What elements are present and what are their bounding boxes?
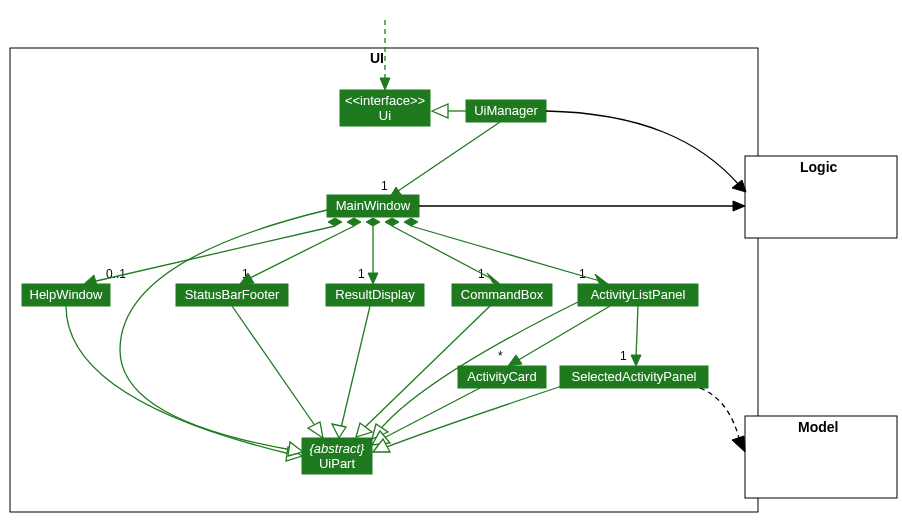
class-help-window-name: HelpWindow [30,287,104,302]
class-ui-interface-name: Ui [379,108,391,123]
class-activity-card-name: ActivityCard [467,369,536,384]
class-selected-activity-panel-name: SelectedActivityPanel [571,369,696,384]
class-ui-interface-stereo: <<interface>> [345,93,425,108]
mult-result: 1 [358,267,365,281]
package-model-label: Model [798,419,838,435]
package-logic-label: Logic [800,159,838,175]
class-ui-part-stereo: {abstract} [310,441,366,456]
class-status-bar-footer-name: StatusBarFooter [185,287,280,302]
mult-list-panel: 1 [579,267,586,281]
class-activity-list-panel-name: ActivityListPanel [591,287,686,302]
mult-main-window: 1 [381,179,388,193]
mult-help: 0..1 [106,267,126,281]
class-ui-manager-name: UiManager [474,103,538,118]
mult-sel-panel: 1 [620,349,627,363]
class-main-window-name: MainWindow [336,198,411,213]
class-result-display-name: ResultDisplay [335,287,415,302]
package-ui-label: UI [370,50,384,66]
class-command-box-name: CommandBox [461,287,544,302]
mult-card: * [498,349,503,363]
class-ui-part-name: UiPart [319,456,356,471]
